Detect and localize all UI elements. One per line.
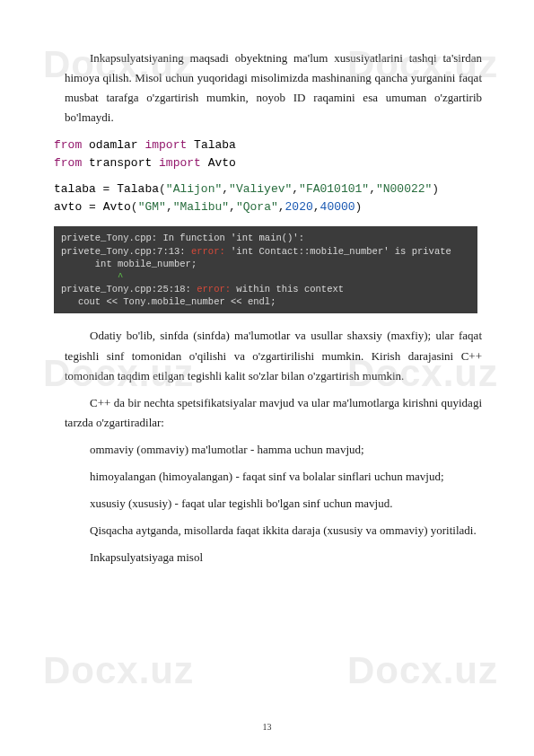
string-literal: "Malibu"	[173, 200, 229, 214]
keyword-import: import	[144, 138, 187, 152]
terminal-line: private_Tony.cpp:25:18:	[61, 284, 197, 294]
class-name: Avto	[208, 156, 236, 170]
watermark: Docx.uz	[43, 638, 194, 702]
error-label: error:	[197, 284, 231, 294]
paragraph-4: ommaviy (ommaviy) ma'lumotlar - hamma uc…	[65, 440, 482, 460]
terminal-line: privete_Tony.cpp:7:13:	[61, 246, 191, 257]
var-name: talaba	[54, 182, 96, 196]
string-literal: "Valiyev"	[229, 182, 292, 196]
terminal-line: cout << Tony.mobile_number << endl;	[61, 296, 276, 307]
terminal-line: within this context	[231, 284, 344, 294]
module-name: transport	[89, 156, 152, 170]
string-literal: "GM"	[138, 200, 166, 214]
call-name: Avto	[103, 200, 131, 214]
code-block-assign: talaba = Talaba("Alijon","Valiyev","FA01…	[54, 180, 482, 215]
module-name: odamlar	[89, 138, 138, 152]
terminal-output: privete_Tony.cpp: In function 'int main(…	[54, 226, 477, 313]
call-name: Talaba	[117, 182, 159, 196]
terminal-line: In function 'int main()':	[157, 233, 304, 243]
keyword-from: from	[54, 138, 82, 152]
paragraph-2: Odatiy bo'lib, sinfda (sinfda) ma'lumotl…	[65, 326, 482, 385]
watermark: Docx.uz	[347, 638, 498, 702]
paragraph-6: xususiy (xususiy) - faqat ular tegishli …	[65, 494, 482, 514]
paragraph-3: C++ da bir nechta spetsifikatsiyalar mav…	[65, 393, 482, 433]
paragraph-7: Qisqacha aytganda, misollarda faqat ikki…	[65, 521, 482, 541]
page-number: 13	[0, 719, 534, 734]
string-literal: "Alijon"	[166, 182, 222, 196]
string-literal: "FA010101"	[299, 182, 369, 196]
terminal-line: 'int Contact::mobile_number' is private	[225, 246, 451, 257]
terminal-line: int mobile_number;	[61, 259, 197, 269]
error-label: error:	[191, 246, 225, 257]
code-block-imports: from odamlar import Talaba from transpor…	[54, 136, 482, 171]
var-name: avto	[54, 200, 82, 214]
number-literal: 40000	[320, 200, 355, 214]
keyword-import: import	[159, 156, 201, 170]
keyword-from: from	[54, 156, 82, 170]
caret-marker: ^	[61, 271, 123, 282]
number-literal: 2020	[285, 200, 313, 214]
string-literal: "Qora"	[236, 200, 278, 214]
terminal-line: privete_Tony.cpp:	[61, 233, 157, 243]
string-literal: "N00022"	[376, 182, 432, 196]
paragraph-5: himoyalangan (himoyalangan) - faqat sinf…	[65, 467, 482, 487]
paragraph-1: Inkapsulyatsiyaning maqsadi obyektning m…	[65, 48, 482, 127]
paragraph-8: Inkapsulyatsiyaga misol	[65, 548, 482, 567]
class-name: Talaba	[194, 138, 236, 152]
